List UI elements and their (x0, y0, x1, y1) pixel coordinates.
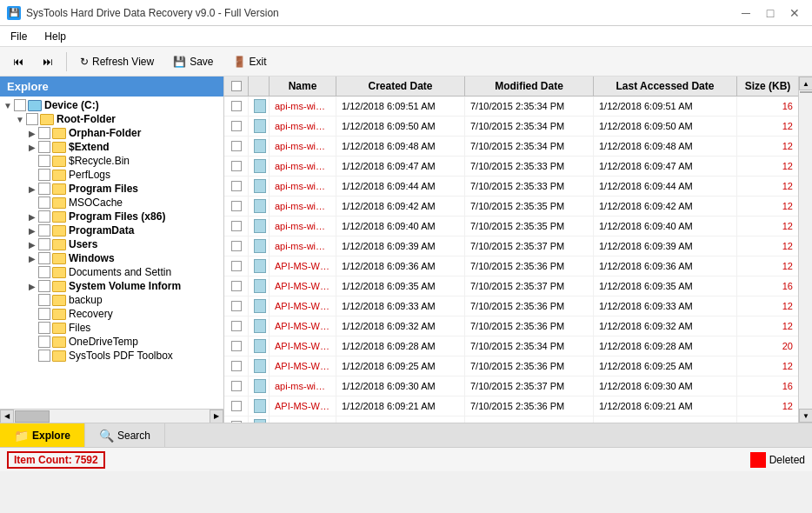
close-button[interactable]: ✕ (784, 4, 805, 22)
tree-item-recycle[interactable]: ▶ $Recycle.Bin (0, 154, 223, 168)
table-row[interactable]: API-MS-Win-Security-b... 1/12/2018 6:09:… (224, 336, 798, 356)
row-checkbox[interactable] (231, 361, 242, 371)
row-checkbox-cell[interactable] (224, 396, 249, 416)
scroll-left-arrow[interactable]: ◀ (0, 410, 14, 423)
tree-checkbox[interactable] (38, 169, 50, 181)
expand-icon[interactable]: ▶ (26, 129, 38, 138)
row-checkbox[interactable] (231, 201, 242, 211)
expand-icon[interactable]: ▶ (26, 212, 38, 222)
nav-forward-button[interactable]: ⏭ (35, 52, 61, 71)
row-checkbox-cell[interactable] (224, 256, 249, 276)
minimize-button[interactable]: ─ (735, 4, 756, 22)
header-name[interactable]: Name (270, 77, 336, 96)
save-button[interactable]: 💾 Save (165, 52, 221, 71)
tree-checkbox[interactable] (38, 294, 50, 306)
tree-item-orphan[interactable]: ▶ Orphan-Folder (0, 126, 223, 140)
table-row[interactable]: API-MS-Win-security-l... 1/12/2018 6:09:… (224, 256, 798, 276)
expand-icon[interactable]: ▶ (26, 226, 38, 236)
expand-icon[interactable]: ▶ (26, 282, 38, 291)
tree-item-device[interactable]: ▼ Device (C:) (0, 98, 223, 112)
tree-checkbox[interactable] (38, 336, 50, 348)
row-checkbox[interactable] (231, 181, 242, 191)
tree-item-docs[interactable]: ▶ Documents and Settin (0, 265, 223, 279)
tab-search[interactable]: 🔍 Search (85, 423, 165, 447)
header-accessed[interactable]: Last Accessed Date (594, 77, 737, 96)
row-checkbox[interactable] (231, 101, 242, 111)
tree-item-perflogs[interactable]: ▶ PerfLogs (0, 168, 223, 182)
expand-icon[interactable]: ▶ (26, 254, 38, 263)
table-row[interactable]: api-ms-win-service-pri... 1/12/2018 6:09… (224, 137, 798, 157)
table-row[interactable]: api-ms-win-service-co... 1/12/2018 6:09:… (224, 217, 798, 237)
tree-checkbox[interactable] (38, 280, 50, 292)
table-row[interactable]: API-MS-Win-Eventing-... 1/12/2018 6:09:2… (224, 416, 798, 423)
row-name[interactable]: API-MS-Win-Security-l... (270, 276, 336, 296)
table-row[interactable]: api-ms-win-service-pri... 1/12/2018 6:09… (224, 117, 798, 137)
expand-icon[interactable]: ▶ (26, 143, 38, 152)
row-checkbox[interactable] (231, 261, 242, 271)
row-checkbox[interactable] (231, 121, 242, 131)
expand-icon[interactable]: ▼ (14, 115, 26, 124)
row-checkbox-cell[interactable] (224, 296, 249, 316)
vertical-scrollbar[interactable]: ▲ ▼ (798, 77, 812, 423)
row-checkbox-cell[interactable] (224, 97, 249, 116)
tree-checkbox[interactable] (38, 238, 50, 250)
tree-item-programdata[interactable]: ▶ ProgramData (0, 223, 223, 237)
table-row[interactable]: API-MS-Win-Eventing-... 1/12/2018 6:09:2… (224, 396, 798, 416)
nav-back-button[interactable]: ⏮ (5, 52, 31, 71)
row-name[interactable]: API-MS-Win-Eventing-... (270, 396, 336, 416)
row-name[interactable]: API-MS-Win-Eventing-... (270, 416, 336, 423)
horizontal-scrollbar[interactable]: ◀ ▶ (0, 409, 223, 423)
row-name[interactable]: api-ms-win-service-pri... (270, 137, 336, 156)
row-checkbox-cell[interactable] (224, 137, 249, 156)
row-checkbox[interactable] (231, 141, 242, 151)
header-modified[interactable]: Modified Date (465, 77, 594, 96)
tree-checkbox[interactable] (38, 266, 50, 278)
tree-checkbox[interactable] (38, 210, 50, 223)
tree-checkbox[interactable] (38, 224, 50, 237)
row-checkbox-cell[interactable] (224, 237, 249, 256)
select-all-checkbox[interactable] (231, 81, 242, 91)
tree-item-backup[interactable]: ▶ backup (0, 293, 223, 307)
tree-checkbox[interactable] (38, 197, 50, 209)
tree-item-programfiles[interactable]: ▶ Program Files (0, 182, 223, 196)
row-checkbox-cell[interactable] (224, 376, 249, 396)
row-checkbox-cell[interactable] (224, 217, 249, 236)
row-checkbox[interactable] (231, 381, 242, 391)
row-checkbox[interactable] (231, 161, 242, 171)
row-checkbox[interactable] (231, 321, 242, 331)
tree-checkbox[interactable] (38, 322, 50, 334)
table-row[interactable]: api-ms-win-service-wi... 1/12/2018 6:09:… (224, 97, 798, 117)
row-checkbox-cell[interactable] (224, 356, 249, 376)
tree-checkbox[interactable] (38, 252, 50, 264)
row-name[interactable]: API-MS-Win-Security-... (270, 316, 336, 336)
row-name[interactable]: API-MS-Win-Security-... (270, 296, 336, 316)
expand-icon[interactable]: ▶ (26, 240, 38, 250)
expand-icon[interactable]: ▼ (2, 101, 14, 110)
row-checkbox[interactable] (231, 421, 242, 423)
row-checkbox[interactable] (231, 401, 242, 411)
tree-item-recovery[interactable]: ▶ Recovery (0, 307, 223, 321)
exit-button[interactable]: 🚪 Exit (225, 52, 275, 71)
row-name[interactable]: API-MS-Win-security-l... (270, 256, 336, 276)
row-checkbox[interactable] (231, 281, 242, 291)
tab-explore[interactable]: 📁 Explore (0, 423, 85, 447)
table-row[interactable]: api-ms-win-service-co... 1/12/2018 6:09:… (224, 197, 798, 217)
scroll-thumb[interactable] (800, 91, 812, 93)
tree-item-extend[interactable]: ▶ $Extend (0, 140, 223, 154)
expand-icon[interactable]: ▶ (26, 184, 38, 194)
tree-item-windows[interactable]: ▶ Windows (0, 251, 223, 265)
tree-checkbox[interactable] (14, 99, 26, 111)
row-checkbox-cell[interactable] (224, 177, 249, 196)
table-row[interactable]: api-ms-win-security-cr... 1/12/2018 6:09… (224, 376, 798, 396)
row-name[interactable]: API-MS-Win-EventLog... (270, 356, 336, 376)
row-checkbox-cell[interactable] (224, 276, 249, 296)
tree-item-onedrivetemp[interactable]: ▶ OneDriveTemp (0, 335, 223, 349)
table-row[interactable]: API-MS-Win-Security-l... 1/12/2018 6:09:… (224, 276, 798, 296)
tree-item-sysvolinfo[interactable]: ▶ System Volume Inform (0, 279, 223, 293)
row-name[interactable]: api-ms-win-security-cr... (270, 376, 336, 396)
scroll-thumb[interactable] (15, 410, 50, 423)
tree-checkbox[interactable] (38, 155, 50, 167)
row-checkbox-cell[interactable] (224, 197, 249, 216)
header-created[interactable]: Created Date (336, 77, 465, 96)
tree-item-systools[interactable]: ▶ SysTools PDF Toolbox (0, 349, 223, 363)
